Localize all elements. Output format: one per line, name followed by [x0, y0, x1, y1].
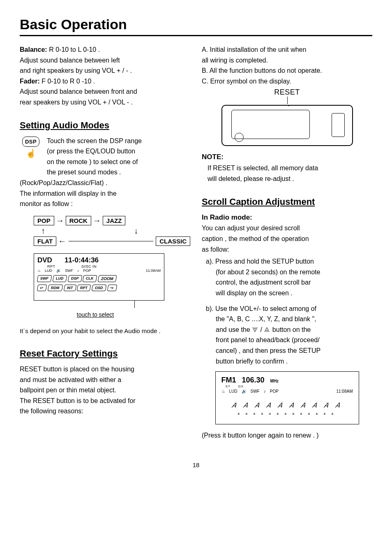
btn-rpt[interactable]: RPT	[77, 285, 91, 291]
star-row: ＊＊＊＊＊＊＊＊＊＊＊＊＊	[221, 411, 353, 418]
dsp-after-1: (Rock/Pop/Jazz/Classic/Flat) .	[20, 178, 190, 188]
arrow-left-icon: ←	[58, 236, 66, 246]
method-b-6: button briefly to confirm .	[216, 357, 372, 366]
balance-desc-1: Adjust sound balance between left	[20, 56, 190, 65]
balance-label: Balance:	[20, 46, 47, 53]
arrow-right-icon: →	[56, 216, 64, 225]
note-line-1: If RESET is selected, all memory data	[208, 164, 372, 173]
reason-c: C. Error symbol on the display.	[209, 77, 372, 86]
dvd-time: 11-0:44:36	[65, 256, 99, 264]
flow-rock: ROCK	[66, 216, 91, 225]
speaker-icon: 🔊	[56, 269, 61, 273]
method-b-3: and use the ⩔ / ⩓ button on the	[216, 325, 372, 334]
page-title: Basic Operation	[20, 16, 372, 32]
scroll-row: 𝘈 𝘈 𝘈 𝘈 𝘈 𝘈 𝘈 𝘈 𝘈 𝘈	[221, 401, 353, 410]
note-icon: ♪	[264, 389, 266, 394]
dvd-panel: DVD 11-0:44:36 RPT DISC IN ♨LUD 🔊SWF ♪PO…	[34, 253, 164, 301]
radio-p2: caption , the method of the operation	[202, 234, 372, 243]
method-b-2: the "A, B, C ....X, Y, Z, and blank ",	[216, 315, 372, 324]
hand-pointer-icon: ☝	[26, 148, 36, 158]
dvd-pop: POP	[83, 269, 91, 273]
reason-b: B. All the function buttons do not opera…	[209, 66, 372, 75]
arrow-down-icon: ↓	[134, 226, 138, 236]
btn-dsp[interactable]: DSP	[67, 275, 82, 282]
radio-swf: SWF	[251, 389, 260, 394]
press-again-note: (Press it button longer again to renew .…	[202, 431, 372, 440]
note-icon: ♪	[77, 269, 79, 273]
btn-lud[interactable]: LUD	[53, 275, 67, 282]
reset-p4: The RESET button is to be activated for	[20, 396, 190, 405]
balance-range: R 0-10 to L 0-10 .	[47, 46, 100, 53]
flow-jazz: JAZZ	[103, 216, 126, 225]
reset-p3: ballpoint pen or thin metal object.	[20, 386, 190, 395]
note-label: NOTE:	[202, 153, 372, 162]
dvd-swf: SWF	[65, 269, 73, 273]
radio-unit: MHz	[270, 379, 279, 385]
method-a-3: control, the adjustment scroll bar	[216, 278, 372, 287]
radio-lud: LUD	[229, 389, 238, 394]
lamp-icon: ♨	[37, 269, 41, 273]
method-b-1: b). Use the VOL+/- to select among of	[206, 304, 372, 313]
radio-panel: FM1 106.30 MHz ST DX ♨LUD 🔊SWF ♪POP 11:0…	[215, 371, 359, 424]
reset-p2: and must be activated with either a	[20, 375, 190, 385]
method-b-5: cancel) , and then press the SETUP	[216, 346, 372, 355]
radio-time: 11:08AM	[336, 389, 353, 394]
speaker-icon: 🔊	[242, 389, 247, 394]
dvd-lud: LUD	[45, 269, 52, 273]
arrow-right-icon: →	[93, 216, 101, 225]
dsp-text-1: Touch the screen the DSP range	[47, 137, 142, 146]
flow-flat: FLAT	[34, 236, 56, 246]
page-number: 18	[20, 461, 372, 468]
fader-label: Fader:	[20, 78, 40, 85]
btn-int[interactable]: INT	[63, 285, 76, 291]
flow-classic: CLASSIC	[156, 236, 190, 246]
right-column: A. Initial installation of the unit when…	[202, 45, 372, 442]
left-column: Balance: R 0-10 to L 0-10 . Adjust sound…	[20, 45, 190, 442]
heading-audio-modes: Setting Audio Modes	[20, 120, 190, 131]
radio-mode-label: In Radio mode:	[202, 213, 372, 222]
method-a-1: a). Press and hold the SETUP button	[206, 257, 372, 266]
method-a-2: (for about 2 seconds) on the remote	[216, 268, 372, 277]
preset-flow-diagram: POP → ROCK → JAZZ ↑ ↓ FLAT ← CLASSIC	[34, 216, 190, 246]
dsp-button-icon[interactable]: DSP	[22, 137, 39, 147]
note-line-2: will deleted, please re-adjust .	[208, 174, 372, 183]
method-a-4: will display on the screen .	[216, 289, 372, 298]
reset-p5: the following reasons:	[20, 407, 190, 416]
dsp-after-2: The information will display in the	[20, 189, 190, 198]
touch-caption: touch to select	[34, 311, 157, 318]
reset-diagram: RESET	[221, 88, 353, 146]
dvd-clock: 11:08AM	[146, 269, 161, 273]
radio-pop: POP	[270, 389, 279, 394]
balance-desc-2: and right speakers by using VOL + / - .	[20, 66, 190, 75]
dsp-after-3: monitor as follow :	[20, 199, 190, 208]
lamp-icon: ♨	[221, 389, 225, 394]
fader-range: F 0-10 to R 0 -10 .	[40, 78, 95, 85]
radio-dx: DX	[238, 385, 244, 388]
btn-return[interactable]: ↩	[37, 285, 47, 291]
btn-clk[interactable]: CLK	[83, 275, 97, 282]
radio-band: FM1	[221, 376, 236, 385]
btn-rdm[interactable]: RDM	[48, 285, 63, 291]
heading-scroll: Scroll Caption Adjustment	[202, 197, 372, 207]
leader-line	[134, 301, 135, 308]
btn-zoom[interactable]: ZOOM	[97, 275, 117, 282]
reason-a-2: all wiring is completed.	[209, 56, 372, 65]
heading-reset: Reset Factory Settings	[20, 348, 190, 359]
radio-p3: as follow:	[202, 245, 372, 254]
reset-callout-label: RESET	[221, 88, 353, 97]
btn-swf[interactable]: SWF	[37, 275, 52, 282]
btn-osd[interactable]: OSD	[92, 285, 106, 291]
arrow-up-icon: ↑	[41, 226, 45, 236]
dsp-text-3: on the remote ) to select one of	[47, 158, 142, 167]
title-rule	[20, 35, 372, 36]
btn-loop[interactable]: ↪	[107, 285, 117, 291]
reason-a-1: A. Initial installation of the unit when	[209, 45, 372, 54]
dvd-rpt: RPT	[47, 264, 55, 269]
fader-desc-1: Adjust sound balance between front and	[20, 87, 190, 96]
habit-note: It`s depend on your habit to select the …	[20, 327, 190, 335]
method-b-4: front panel to ahead/back (proceed/	[216, 336, 372, 345]
radio-st: ST	[226, 385, 231, 388]
fader-desc-2: rear speakers by using VOL + / VOL - .	[20, 98, 190, 107]
radio-p1: You can adjust your desired scroll	[202, 224, 372, 233]
dsp-text-2: (or press the EQ/LOUD button	[47, 147, 142, 156]
